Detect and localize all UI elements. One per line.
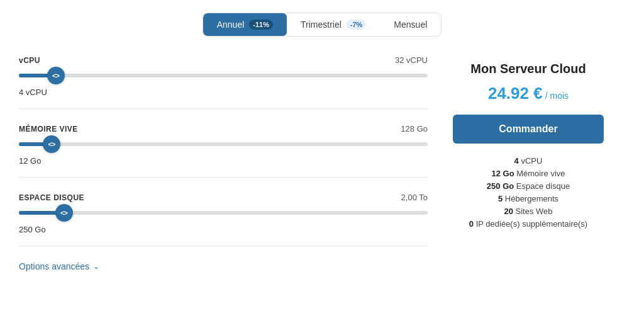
order-button[interactable]: Commander xyxy=(453,115,604,144)
chevron-down-icon: ⌄ xyxy=(93,262,99,271)
price-value: 24.92 € xyxy=(488,84,543,103)
spec-memory: 12 Go Mémoire vive xyxy=(491,169,565,178)
page-wrapper: Annuel -11% Trimestriel -7% Mensuel vCPU… xyxy=(0,0,644,335)
spec-ip-desc: IP dediée(s) supplémentaire(s) xyxy=(476,219,588,229)
memory-thumb-icon: <> xyxy=(48,140,55,148)
memory-label: MÉMOIRE VIVE xyxy=(19,125,78,133)
vcpu-section: vCPU 32 vCPU <> 4 vCPU xyxy=(19,55,428,109)
spec-disk: 250 Go Espace disque xyxy=(487,181,570,191)
right-panel: Mon Serveur Cloud 24.92 € / mois Command… xyxy=(453,55,604,271)
billing-mensuel-label: Mensuel xyxy=(394,20,427,30)
spec-sites: 20 Sites Web xyxy=(504,207,552,216)
vcpu-thumb[interactable]: <> xyxy=(47,67,65,84)
spec-hosting-value: 5 xyxy=(498,194,502,203)
spec-ip-value: 0 xyxy=(469,219,474,229)
advanced-options-label: Options avancées xyxy=(19,261,89,271)
disk-current: 250 Go xyxy=(19,225,428,234)
spec-sites-desc: Sites Web xyxy=(516,207,553,216)
disk-section: ESPACE DISQUE 2,00 To <> 250 Go xyxy=(19,193,428,246)
billing-toggle: Annuel -11% Trimestriel -7% Mensuel xyxy=(203,13,442,37)
memory-current: 12 Go xyxy=(19,156,428,166)
billing-trimestriel[interactable]: Trimestriel -7% xyxy=(287,13,380,36)
billing-annuel-label: Annuel xyxy=(217,20,245,30)
billing-annuel[interactable]: Annuel -11% xyxy=(203,13,287,36)
spec-ip: 0 IP dediée(s) supplémentaire(s) xyxy=(469,219,587,229)
main-content: vCPU 32 vCPU <> 4 vCPU MÉMOIRE VIVE xyxy=(0,55,644,271)
disk-slider[interactable]: <> xyxy=(19,211,428,215)
price-container: 24.92 € / mois xyxy=(488,84,569,103)
memory-section: MÉMOIRE VIVE 128 Go <> 12 Go xyxy=(19,124,428,178)
memory-slider[interactable]: <> xyxy=(19,142,428,146)
vcpu-thumb-icon: <> xyxy=(52,72,59,79)
spec-memory-desc: Mémoire vive xyxy=(516,169,565,178)
disk-max: 2,00 To xyxy=(401,193,428,202)
disk-header: ESPACE DISQUE 2,00 To xyxy=(19,193,428,202)
billing-trimestriel-badge: -7% xyxy=(347,20,367,30)
vcpu-label: vCPU xyxy=(19,56,40,65)
billing-annuel-badge: -11% xyxy=(249,20,273,30)
vcpu-slider[interactable]: <> xyxy=(19,74,428,77)
spec-vcpu-value: 4 xyxy=(514,156,519,166)
disk-track: <> xyxy=(19,211,428,215)
billing-mensuel[interactable]: Mensuel xyxy=(380,13,441,36)
spec-vcpu-unit: vCPU xyxy=(521,156,542,166)
disk-label: ESPACE DISQUE xyxy=(19,193,84,202)
left-panel: vCPU 32 vCPU <> 4 vCPU MÉMOIRE VIVE xyxy=(19,55,428,271)
spec-sites-value: 20 xyxy=(504,207,513,216)
disk-thumb[interactable]: <> xyxy=(55,204,73,222)
spec-vcpu: 4 vCPU xyxy=(514,156,543,166)
memory-thumb[interactable]: <> xyxy=(43,135,60,153)
price-period: / mois xyxy=(545,91,569,101)
spec-hosting-desc: Hébergements xyxy=(505,194,558,203)
vcpu-header: vCPU 32 vCPU xyxy=(19,55,428,65)
spec-disk-desc: Espace disque xyxy=(516,181,570,191)
memory-track: <> xyxy=(19,142,428,146)
disk-thumb-icon: <> xyxy=(60,209,67,217)
vcpu-track: <> xyxy=(19,74,428,77)
spec-hosting: 5 Hébergements xyxy=(498,194,558,203)
vcpu-max: 32 vCPU xyxy=(395,55,428,65)
advanced-options[interactable]: Options avancées ⌄ xyxy=(19,261,428,271)
server-title: Mon Serveur Cloud xyxy=(470,62,586,76)
billing-trimestriel-label: Trimestriel xyxy=(301,20,341,30)
specs-list: 4 vCPU 12 Go Mémoire vive 250 Go Espace … xyxy=(453,156,604,229)
memory-max: 128 Go xyxy=(401,124,428,133)
memory-header: MÉMOIRE VIVE 128 Go xyxy=(19,124,428,133)
spec-disk-value: 250 Go xyxy=(487,181,514,191)
vcpu-current: 4 vCPU xyxy=(19,88,428,97)
spec-memory-value: 12 Go xyxy=(491,169,514,178)
